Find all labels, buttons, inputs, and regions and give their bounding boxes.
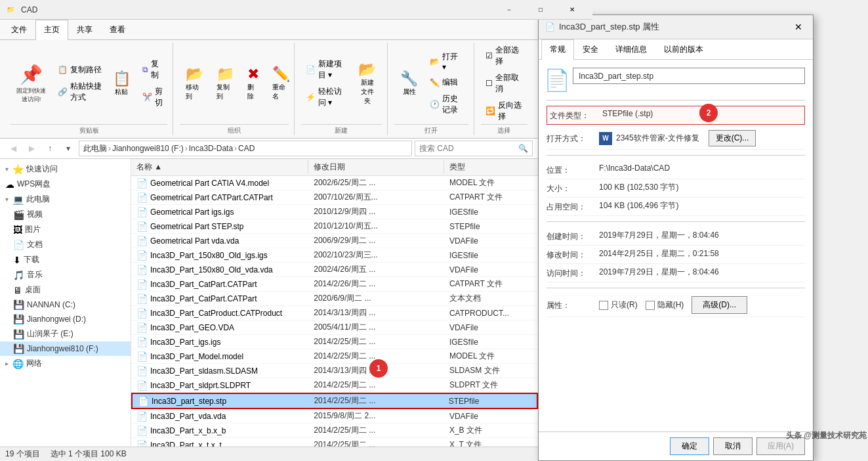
table-row[interactable]: 📄 Geometrical Part vda.vda 2006/9/29/周二 … (131, 234, 538, 248)
table-row[interactable]: 📄 Geometrical Part CATIA V4.model 2002/6… (131, 176, 538, 190)
sidebar-item-f[interactable]: 💾 Jianhongwei810 (F:) (0, 341, 131, 356)
close-button[interactable]: ✕ (557, 0, 587, 20)
cut-button[interactable]: ✂️ 剪切 (138, 84, 167, 110)
col-type[interactable]: 类型 (444, 160, 538, 174)
file-name-cell: 📄 Inca3D_Part_x_b.x_b (131, 425, 308, 437)
table-row[interactable]: 📄 Inca3D_Part_sldasm.SLDASM 2014/3/13/周四… (131, 364, 538, 378)
dialog-created-label: 创建时间： (547, 230, 599, 242)
file-icon: 📄 (136, 265, 148, 275)
sidebar-item-e[interactable]: 💾 山润果子 (E:) (0, 326, 131, 341)
file-name: Geometrical Part CATPart.CATPart (150, 193, 273, 202)
sidebar-item-desktop[interactable]: 🖥 桌面 (0, 282, 131, 297)
dialog-accessed-value: 2019年7月29日，星期一，8:04:46 (599, 267, 805, 278)
tab-home[interactable]: 主页 (35, 20, 68, 40)
tab-file[interactable]: 文件 (3, 20, 35, 39)
hidden-checkbox[interactable]: 隐藏(H) (646, 299, 684, 311)
tab-share[interactable]: 共享 (68, 20, 101, 39)
new-folder-button[interactable]: 📂 新建文件夹 (352, 58, 382, 109)
table-row[interactable]: 📄 Inca3D_Part_Model.model 2014/2/25/周二 .… (131, 349, 538, 364)
dialog-close-button[interactable]: ✕ (791, 19, 806, 35)
file-date-cell: 2010/12/10/周五... (308, 220, 444, 232)
invert-selection-button[interactable]: 🔁 反向选择 (481, 98, 527, 124)
ribbon-group-select: ☑ 全部选择 ☐ 全部取消 🔁 反向选择 (476, 43, 533, 135)
sidebar-item-wps[interactable]: ☁ WPS网盘 (0, 177, 131, 192)
title-bar-icons: 📁 (5, 5, 16, 15)
new-item-button[interactable]: 📄 新建项目 ▾ (301, 56, 351, 83)
dialog-tab-versions[interactable]: 以前的版本 (655, 39, 712, 59)
dialog-attrs-value: 只读(R) 隐藏(H) 高级(D)... (599, 296, 805, 314)
sidebar-item-music[interactable]: 🎵 音乐 (0, 267, 131, 282)
dialog-tab-details[interactable]: 详细信息 (607, 39, 655, 59)
properties-button[interactable]: 🔧 属性 (394, 67, 424, 100)
sidebar-item-thispc[interactable]: ▾ 💻 此电脑 (0, 192, 131, 207)
select-all-button[interactable]: ☑ 全部选择 (481, 43, 527, 69)
readonly-checkbox[interactable]: 只读(R) (599, 299, 638, 311)
dialog-tab-general[interactable]: 常规 (541, 39, 574, 60)
edit-button[interactable]: ✏️ 编辑 (425, 75, 468, 90)
copy-path-button[interactable]: 📋 复制路径 (53, 62, 108, 77)
rename-button[interactable]: ✏️ 重命名 (266, 62, 296, 104)
col-name[interactable]: 名称 ▲ (131, 160, 308, 174)
sidebar-item-quick-access[interactable]: ▾ ⭐ 快速访问 (0, 162, 131, 177)
music-icon: 🎵 (13, 270, 24, 280)
recent-locations-button[interactable]: ▾ (60, 141, 76, 156)
table-row[interactable]: 📄 Inca3D_Part_igs.igs 2014/2/25/周二 ... I… (131, 335, 538, 349)
edit-icon: ✏️ (430, 78, 440, 87)
table-row[interactable]: 📄 Inca3D_Part_sldprt.SLDPRT 2014/2/25/周二… (131, 378, 538, 393)
deselect-all-button[interactable]: ☐ 全部取消 (481, 70, 527, 97)
maximize-button[interactable]: □ (526, 0, 556, 20)
advanced-button[interactable]: 高级(D)... (692, 296, 747, 314)
deselect-all-icon: ☐ (486, 79, 493, 88)
search-input[interactable] (419, 144, 518, 153)
sidebar-item-pictures[interactable]: 🖼 图片 (0, 222, 131, 237)
easy-access-button[interactable]: ⚡ 轻松访问 ▾ (301, 84, 351, 110)
table-row[interactable]: 📄 Geometrical Part STEP.stp 2010/12/10/周… (131, 219, 538, 234)
table-row[interactable]: 📄 Inca3D_Part_GEO.VDA 2005/4/11/周二 ... V… (131, 320, 538, 335)
paste-shortcut-button[interactable]: 🔗 粘贴快捷方式 (53, 79, 108, 105)
dialog-tab-security[interactable]: 安全 (574, 39, 607, 59)
watermark: 头条 @测量技术研究苑 (786, 429, 867, 441)
table-row[interactable]: 📄 Inca3D_Part_vda.vda 2015/9/8/周二 2... V… (131, 409, 538, 424)
sidebar-item-downloads[interactable]: ⬇ 下载 (0, 252, 131, 267)
col-date[interactable]: 修改日期 (308, 160, 444, 174)
sidebar-item-c[interactable]: 💾 NANNAN (C:) (0, 297, 131, 312)
table-row[interactable]: 📄 Inca3D_Part_150x80_Old_igs.igs 2002/10… (131, 248, 538, 263)
table-row[interactable]: 📄 Inca3D_Part_x_t.x_t 2014/2/25/周二 ... X… (131, 438, 538, 447)
up-button[interactable]: ↑ (42, 141, 58, 156)
table-row[interactable]: 📄 Inca3D_Part_x_b.x_b 2014/2/25/周二 ... X… (131, 424, 538, 438)
window-controls: － □ ✕ (494, 0, 587, 20)
cancel-button[interactable]: 取消 (713, 437, 753, 455)
address-path[interactable]: 此电脑 › Jianhongwei810 (F:) › Inca3D-Data … (79, 141, 412, 156)
pin-to-quick-access-button[interactable]: 📌 固定到快速速访问! (10, 60, 52, 107)
delete-button[interactable]: ✖ 删除 (241, 62, 265, 104)
search-box[interactable]: 🔍 (415, 141, 533, 156)
thispc-icon: 💻 (12, 194, 24, 205)
sidebar-item-video[interactable]: 🎬 视频 (0, 207, 131, 222)
open-button[interactable]: 📂 打开 ▾ (425, 49, 468, 74)
file-name: Inca3D_Part_150x80_Old_vda.vda (150, 265, 273, 274)
table-row[interactable]: 📄 Geometrical Part CATPart.CATPart 2007/… (131, 190, 538, 205)
dialog-location-label: 位置： (547, 164, 599, 176)
forward-button[interactable]: ▶ (24, 141, 39, 156)
back-button[interactable]: ◀ (5, 141, 21, 156)
change-button[interactable]: 更改(C)... (709, 130, 756, 146)
table-row[interactable]: 📄 Inca3D_Part_CatPart.CATPart 2020/6/9/周… (131, 292, 538, 306)
table-row[interactable]: 📄 Inca3D_part_step.stp 2014/2/25/周二 ... … (131, 393, 538, 409)
move-to-button[interactable]: 📂 移动到 (180, 62, 209, 104)
ok-button[interactable]: 确定 (670, 437, 709, 455)
table-row[interactable]: 📄 Geometrical Part igs.igs 2010/12/9/周四 … (131, 205, 538, 219)
table-row[interactable]: 📄 Inca3D_Part_CatProduct.CATProduct 2014… (131, 306, 538, 320)
table-row[interactable]: 📄 Inca3D_Part_CatPart.CATPart 2014/2/26/… (131, 277, 538, 292)
dialog-filename-box[interactable]: Inca3D_part_step.stp (573, 68, 805, 84)
sidebar-item-network[interactable]: ▸ 🌐 网络 (0, 356, 131, 371)
badge-2: 2 (699, 104, 718, 122)
copy-button[interactable]: ⧉ 复制 (138, 56, 167, 83)
sidebar-item-documents[interactable]: 📄 文档 (0, 237, 131, 252)
paste-button[interactable]: 📋 粘贴 (110, 68, 134, 99)
table-row[interactable]: 📄 Inca3D_Part_150x80_Old_vda.vda 2002/4/… (131, 263, 538, 277)
copy-to-button[interactable]: 📁 复制到 (211, 62, 240, 104)
sidebar-item-d[interactable]: 💾 Jianhongwei (D:) (0, 312, 131, 326)
minimize-button[interactable]: － (494, 0, 524, 20)
history-button[interactable]: 🕐 历史记录 (425, 91, 468, 118)
tab-view[interactable]: 查看 (101, 20, 134, 39)
